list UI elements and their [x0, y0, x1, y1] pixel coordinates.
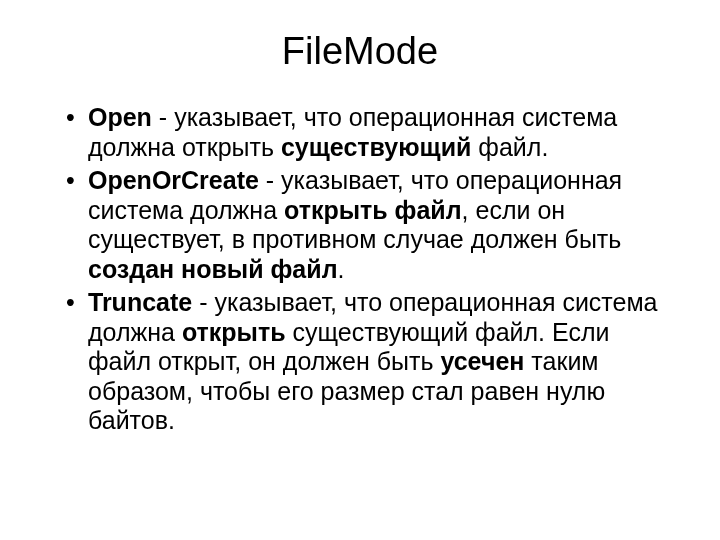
item-sep: -: [152, 103, 174, 131]
list-item: Truncate - указывает, что операционная с…: [60, 288, 660, 436]
slide: FileMode Open - указывает, что операцион…: [0, 0, 720, 460]
item-text: .: [338, 255, 345, 283]
item-name: Truncate: [88, 288, 192, 316]
item-name: OpenOrCreate: [88, 166, 259, 194]
bullet-list: Open - указывает, что операционная систе…: [60, 103, 660, 436]
item-strong: существующий: [281, 133, 471, 161]
list-item: OpenOrCreate - указывает, что операционн…: [60, 166, 660, 284]
item-strong: создан новый файл: [88, 255, 338, 283]
item-sep: -: [192, 288, 214, 316]
item-strong: открыть файл: [284, 196, 462, 224]
slide-title: FileMode: [60, 30, 660, 73]
item-name: Open: [88, 103, 152, 131]
item-strong: усечен: [440, 347, 524, 375]
item-text: файл.: [471, 133, 548, 161]
item-strong: открыть: [182, 318, 286, 346]
list-item: Open - указывает, что операционная систе…: [60, 103, 660, 162]
item-sep: -: [259, 166, 281, 194]
